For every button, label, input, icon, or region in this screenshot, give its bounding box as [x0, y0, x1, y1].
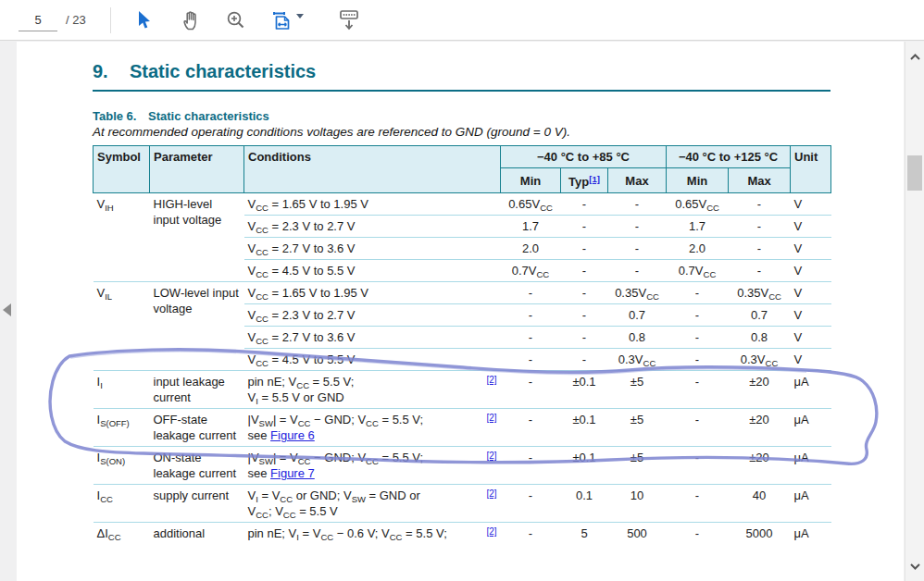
unit-cell: μA: [791, 371, 831, 409]
conditions-cell: pin nE; VCC = 5.5 V;VI = 5.5 V or GND[2]: [244, 371, 501, 409]
max-125-cell: 40: [729, 485, 791, 523]
vertical-scrollbar[interactable]: [905, 42, 924, 581]
unit-cell: V: [791, 282, 831, 304]
table-row: VILLOW-level input voltageVCC = 1.65 V t…: [94, 282, 831, 304]
page-total-label: / 23: [66, 13, 86, 27]
symbol-cell: ΔICC: [94, 523, 150, 545]
cursor-select-icon[interactable]: [126, 5, 161, 36]
section-heading: 9. Static characteristics: [93, 61, 316, 82]
max-125-cell: 0.35VCC: [729, 282, 791, 304]
max-125-cell: -: [729, 193, 791, 216]
max-85-cell: ±5: [608, 409, 667, 447]
static-characteristics-table: Symbol Parameter Conditions −40 °C to +8…: [93, 145, 831, 544]
typ-85-cell: -: [561, 238, 608, 260]
col-header-max-125: Max: [729, 168, 791, 193]
scrollbar-thumb[interactable]: [907, 155, 922, 191]
pdf-viewer-window: / 23: [0, 0, 924, 581]
note-link[interactable]: [2]: [486, 486, 496, 501]
col-header-symbol: Symbol: [94, 146, 150, 193]
max-125-cell: -: [729, 260, 791, 282]
min-125-cell: 0.65VCC: [667, 193, 729, 216]
heading-rule: [93, 90, 830, 92]
max-125-cell: ±20: [729, 371, 791, 409]
max-85-cell: 0.7: [608, 304, 667, 327]
max-125-cell: ±20: [729, 447, 791, 485]
hand-pan-icon[interactable]: [172, 5, 207, 36]
chevron-up-icon[interactable]: [907, 49, 922, 64]
conditions-cell: |VSW| = VCC − GND; VCC = 5.5 V;see Figur…: [244, 447, 501, 485]
symbol-cell: IS(ON): [94, 447, 150, 485]
col-header-min-85: Min: [501, 168, 561, 193]
symbol-cell: IS(OFF): [94, 409, 150, 447]
chevron-down-icon[interactable]: [907, 559, 922, 574]
min-85-cell: -: [501, 349, 561, 371]
conditions-cell: VCC = 2.7 V to 3.6 V: [244, 238, 501, 260]
min-125-cell: -: [667, 282, 729, 304]
typ-85-cell: -: [561, 282, 608, 304]
fit-width-icon[interactable]: [265, 5, 311, 36]
min-125-cell: -: [667, 371, 729, 409]
document-viewport: 9. Static characteristics Table 6. Stati…: [0, 42, 924, 581]
min-125-cell: 2.0: [667, 238, 729, 260]
parameter-cell: HIGH-level input voltage: [150, 193, 244, 282]
min-85-cell: 0.65VCC: [501, 193, 561, 216]
table-row: IIinput leakage currentpin nE; VCC = 5.5…: [94, 371, 831, 409]
max-125-cell: 0.8: [729, 327, 791, 349]
conditions-cell: VCC = 1.65 V to 1.95 V: [244, 193, 501, 216]
max-125-cell: 0.3VCC: [729, 349, 791, 371]
note-link[interactable]: [2]: [486, 524, 496, 539]
hide-toolbar-icon[interactable]: [331, 5, 367, 36]
col-header-conditions: Conditions: [244, 146, 501, 193]
previous-page-arrow[interactable]: [3, 303, 11, 316]
max-85-cell: -: [608, 260, 667, 282]
min-125-cell: -: [667, 447, 729, 485]
note-link[interactable]: [2]: [486, 372, 496, 388]
typ-85-cell: ±0.1: [561, 409, 608, 447]
table-row: IS(ON)ON-state leakage current|VSW| = VC…: [94, 447, 831, 485]
note-link[interactable]: [1]: [589, 174, 600, 184]
min-125-cell: -: [667, 523, 729, 545]
pdf-page: 9. Static characteristics Table 6. Stati…: [17, 42, 904, 581]
min-85-cell: -: [501, 523, 561, 545]
zoom-in-icon[interactable]: [219, 5, 254, 36]
unit-cell: V: [791, 193, 831, 216]
min-125-cell: 1.7: [667, 216, 729, 238]
max-125-cell: 5000: [729, 523, 791, 545]
typ-85-cell: ±0.1: [561, 371, 608, 409]
min-85-cell: 2.0: [501, 238, 561, 260]
conditions-cell: VCC = 4.5 V to 5.5 V: [244, 260, 501, 282]
min-85-cell: 1.7: [501, 216, 561, 238]
page-number-input[interactable]: [19, 8, 57, 31]
table-caption: Static characteristics: [148, 109, 269, 123]
conditions-cell: VCC = 1.65 V to 1.95 V: [244, 282, 501, 304]
figure-link[interactable]: Figure 6: [270, 428, 315, 442]
symbol-cell: VIH: [94, 193, 150, 282]
max-85-cell: 0.8: [608, 327, 667, 349]
parameter-cell: LOW-level input voltage: [150, 282, 244, 371]
col-header-unit: Unit: [791, 146, 831, 193]
col-header-max-85: Max: [608, 168, 667, 193]
unit-cell: V: [791, 260, 831, 282]
figure-link[interactable]: Figure 7: [270, 466, 315, 480]
typ-85-cell: -: [561, 193, 608, 216]
max-85-cell: -: [608, 193, 667, 216]
note-link[interactable]: [2]: [486, 410, 496, 426]
note-link[interactable]: [2]: [486, 448, 496, 464]
toolbar: / 23: [0, 0, 924, 41]
parameter-cell: supply current: [150, 485, 244, 523]
max-125-cell: ±20: [729, 409, 791, 447]
min-85-cell: -: [501, 371, 561, 409]
toolbar-divider: [110, 7, 111, 33]
table-row: ΔICCadditionalpin nE; VI = VCC − 0.6 V; …: [94, 523, 831, 545]
col-header-parameter: Parameter: [150, 146, 244, 193]
min-85-cell: -: [501, 327, 561, 349]
parameter-cell: input leakage current: [150, 371, 244, 409]
min-125-cell: 0.7VCC: [667, 260, 729, 282]
parameter-cell: additional: [150, 523, 244, 545]
unit-cell: V: [791, 238, 831, 260]
conditions-cell: VCC = 2.3 V to 2.7 V: [244, 304, 501, 327]
min-125-cell: -: [667, 485, 729, 523]
max-125-cell: -: [729, 238, 791, 260]
table-body: VIHHIGH-level input voltageVCC = 1.65 V …: [94, 193, 831, 545]
unit-cell: V: [791, 216, 831, 238]
